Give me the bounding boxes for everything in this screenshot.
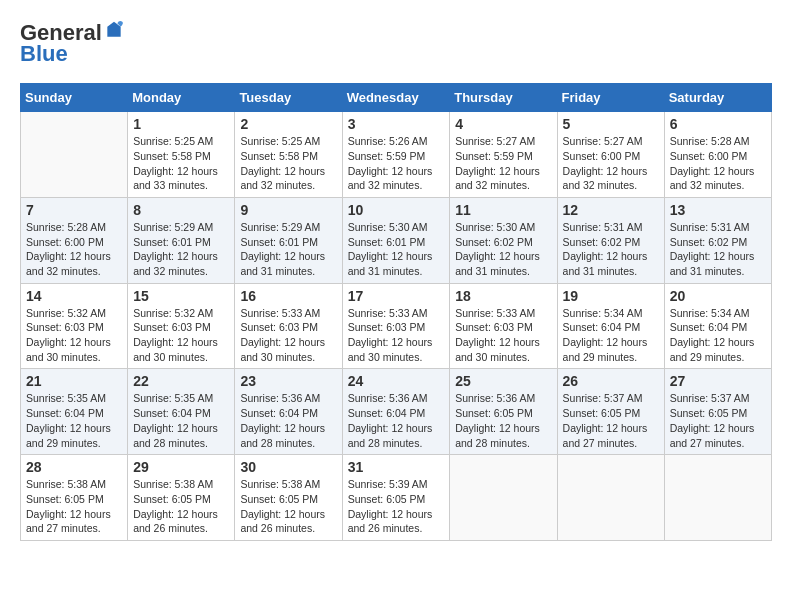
- day-number: 15: [133, 288, 229, 304]
- calendar-cell: 18Sunrise: 5:33 AM Sunset: 6:03 PM Dayli…: [450, 283, 557, 369]
- day-info: Sunrise: 5:32 AM Sunset: 6:03 PM Dayligh…: [133, 306, 229, 365]
- calendar-cell: 12Sunrise: 5:31 AM Sunset: 6:02 PM Dayli…: [557, 197, 664, 283]
- day-info: Sunrise: 5:35 AM Sunset: 6:04 PM Dayligh…: [26, 391, 122, 450]
- calendar-cell: 7Sunrise: 5:28 AM Sunset: 6:00 PM Daylig…: [21, 197, 128, 283]
- calendar-cell: 26Sunrise: 5:37 AM Sunset: 6:05 PM Dayli…: [557, 369, 664, 455]
- day-info: Sunrise: 5:28 AM Sunset: 6:00 PM Dayligh…: [26, 220, 122, 279]
- day-number: 28: [26, 459, 122, 475]
- day-number: 11: [455, 202, 551, 218]
- day-info: Sunrise: 5:36 AM Sunset: 6:04 PM Dayligh…: [240, 391, 336, 450]
- calendar-cell: 24Sunrise: 5:36 AM Sunset: 6:04 PM Dayli…: [342, 369, 450, 455]
- calendar-cell: 13Sunrise: 5:31 AM Sunset: 6:02 PM Dayli…: [664, 197, 771, 283]
- day-info: Sunrise: 5:35 AM Sunset: 6:04 PM Dayligh…: [133, 391, 229, 450]
- day-info: Sunrise: 5:31 AM Sunset: 6:02 PM Dayligh…: [563, 220, 659, 279]
- day-number: 20: [670, 288, 766, 304]
- day-number: 13: [670, 202, 766, 218]
- day-info: Sunrise: 5:33 AM Sunset: 6:03 PM Dayligh…: [455, 306, 551, 365]
- day-info: Sunrise: 5:34 AM Sunset: 6:04 PM Dayligh…: [670, 306, 766, 365]
- day-number: 5: [563, 116, 659, 132]
- day-info: Sunrise: 5:33 AM Sunset: 6:03 PM Dayligh…: [240, 306, 336, 365]
- day-info: Sunrise: 5:29 AM Sunset: 6:01 PM Dayligh…: [133, 220, 229, 279]
- calendar-cell: 15Sunrise: 5:32 AM Sunset: 6:03 PM Dayli…: [128, 283, 235, 369]
- calendar-cell: 5Sunrise: 5:27 AM Sunset: 6:00 PM Daylig…: [557, 112, 664, 198]
- day-number: 30: [240, 459, 336, 475]
- calendar-cell: [21, 112, 128, 198]
- day-number: 16: [240, 288, 336, 304]
- day-number: 18: [455, 288, 551, 304]
- calendar-week-row: 1Sunrise: 5:25 AM Sunset: 5:58 PM Daylig…: [21, 112, 772, 198]
- day-number: 24: [348, 373, 445, 389]
- day-of-week-friday: Friday: [557, 84, 664, 112]
- calendar-week-row: 21Sunrise: 5:35 AM Sunset: 6:04 PM Dayli…: [21, 369, 772, 455]
- day-of-week-wednesday: Wednesday: [342, 84, 450, 112]
- day-number: 27: [670, 373, 766, 389]
- day-number: 8: [133, 202, 229, 218]
- day-number: 26: [563, 373, 659, 389]
- calendar-week-row: 7Sunrise: 5:28 AM Sunset: 6:00 PM Daylig…: [21, 197, 772, 283]
- day-of-week-thursday: Thursday: [450, 84, 557, 112]
- calendar-cell: 11Sunrise: 5:30 AM Sunset: 6:02 PM Dayli…: [450, 197, 557, 283]
- calendar-week-row: 28Sunrise: 5:38 AM Sunset: 6:05 PM Dayli…: [21, 455, 772, 541]
- day-info: Sunrise: 5:39 AM Sunset: 6:05 PM Dayligh…: [348, 477, 445, 536]
- day-number: 23: [240, 373, 336, 389]
- calendar-cell: 14Sunrise: 5:32 AM Sunset: 6:03 PM Dayli…: [21, 283, 128, 369]
- calendar-cell: 19Sunrise: 5:34 AM Sunset: 6:04 PM Dayli…: [557, 283, 664, 369]
- day-number: 31: [348, 459, 445, 475]
- day-info: Sunrise: 5:37 AM Sunset: 6:05 PM Dayligh…: [563, 391, 659, 450]
- day-number: 12: [563, 202, 659, 218]
- day-number: 25: [455, 373, 551, 389]
- day-of-week-monday: Monday: [128, 84, 235, 112]
- day-info: Sunrise: 5:27 AM Sunset: 6:00 PM Dayligh…: [563, 134, 659, 193]
- calendar-cell: 4Sunrise: 5:27 AM Sunset: 5:59 PM Daylig…: [450, 112, 557, 198]
- day-number: 19: [563, 288, 659, 304]
- day-number: 14: [26, 288, 122, 304]
- calendar-cell: 20Sunrise: 5:34 AM Sunset: 6:04 PM Dayli…: [664, 283, 771, 369]
- day-info: Sunrise: 5:30 AM Sunset: 6:01 PM Dayligh…: [348, 220, 445, 279]
- calendar-cell: 27Sunrise: 5:37 AM Sunset: 6:05 PM Dayli…: [664, 369, 771, 455]
- logo: General Blue: [20, 20, 124, 67]
- day-number: 2: [240, 116, 336, 132]
- day-info: Sunrise: 5:29 AM Sunset: 6:01 PM Dayligh…: [240, 220, 336, 279]
- day-info: Sunrise: 5:31 AM Sunset: 6:02 PM Dayligh…: [670, 220, 766, 279]
- day-info: Sunrise: 5:37 AM Sunset: 6:05 PM Dayligh…: [670, 391, 766, 450]
- page-header: General Blue: [20, 20, 772, 67]
- day-of-week-sunday: Sunday: [21, 84, 128, 112]
- day-info: Sunrise: 5:26 AM Sunset: 5:59 PM Dayligh…: [348, 134, 445, 193]
- day-info: Sunrise: 5:33 AM Sunset: 6:03 PM Dayligh…: [348, 306, 445, 365]
- calendar-cell: 10Sunrise: 5:30 AM Sunset: 6:01 PM Dayli…: [342, 197, 450, 283]
- calendar-cell: 25Sunrise: 5:36 AM Sunset: 6:05 PM Dayli…: [450, 369, 557, 455]
- calendar-cell: [450, 455, 557, 541]
- day-info: Sunrise: 5:32 AM Sunset: 6:03 PM Dayligh…: [26, 306, 122, 365]
- day-number: 17: [348, 288, 445, 304]
- calendar-cell: 23Sunrise: 5:36 AM Sunset: 6:04 PM Dayli…: [235, 369, 342, 455]
- calendar-cell: 21Sunrise: 5:35 AM Sunset: 6:04 PM Dayli…: [21, 369, 128, 455]
- calendar-cell: 29Sunrise: 5:38 AM Sunset: 6:05 PM Dayli…: [128, 455, 235, 541]
- day-info: Sunrise: 5:30 AM Sunset: 6:02 PM Dayligh…: [455, 220, 551, 279]
- calendar-cell: 17Sunrise: 5:33 AM Sunset: 6:03 PM Dayli…: [342, 283, 450, 369]
- calendar-cell: [557, 455, 664, 541]
- calendar-cell: 16Sunrise: 5:33 AM Sunset: 6:03 PM Dayli…: [235, 283, 342, 369]
- day-info: Sunrise: 5:34 AM Sunset: 6:04 PM Dayligh…: [563, 306, 659, 365]
- day-info: Sunrise: 5:28 AM Sunset: 6:00 PM Dayligh…: [670, 134, 766, 193]
- calendar-cell: 8Sunrise: 5:29 AM Sunset: 6:01 PM Daylig…: [128, 197, 235, 283]
- day-of-week-tuesday: Tuesday: [235, 84, 342, 112]
- day-number: 6: [670, 116, 766, 132]
- day-info: Sunrise: 5:36 AM Sunset: 6:05 PM Dayligh…: [455, 391, 551, 450]
- day-number: 29: [133, 459, 229, 475]
- calendar-cell: 9Sunrise: 5:29 AM Sunset: 6:01 PM Daylig…: [235, 197, 342, 283]
- calendar-cell: 6Sunrise: 5:28 AM Sunset: 6:00 PM Daylig…: [664, 112, 771, 198]
- day-number: 10: [348, 202, 445, 218]
- day-number: 3: [348, 116, 445, 132]
- day-info: Sunrise: 5:38 AM Sunset: 6:05 PM Dayligh…: [26, 477, 122, 536]
- day-number: 9: [240, 202, 336, 218]
- calendar-cell: 22Sunrise: 5:35 AM Sunset: 6:04 PM Dayli…: [128, 369, 235, 455]
- calendar-header-row: SundayMondayTuesdayWednesdayThursdayFrid…: [21, 84, 772, 112]
- day-number: 21: [26, 373, 122, 389]
- calendar-cell: [664, 455, 771, 541]
- calendar-cell: 31Sunrise: 5:39 AM Sunset: 6:05 PM Dayli…: [342, 455, 450, 541]
- day-number: 7: [26, 202, 122, 218]
- day-info: Sunrise: 5:25 AM Sunset: 5:58 PM Dayligh…: [240, 134, 336, 193]
- calendar-cell: 1Sunrise: 5:25 AM Sunset: 5:58 PM Daylig…: [128, 112, 235, 198]
- calendar-cell: 3Sunrise: 5:26 AM Sunset: 5:59 PM Daylig…: [342, 112, 450, 198]
- day-number: 1: [133, 116, 229, 132]
